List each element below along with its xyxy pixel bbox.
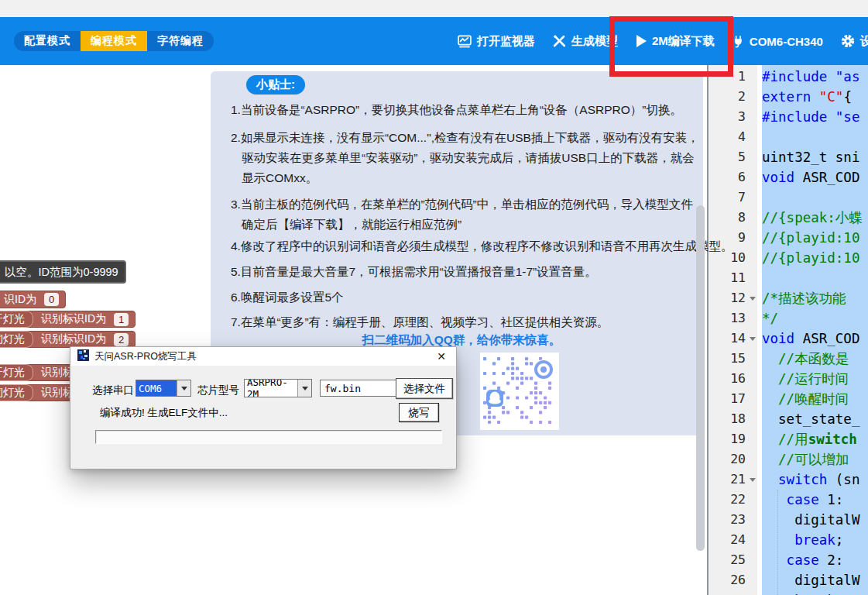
gear-icon <box>840 33 856 49</box>
fold-chevron-icon[interactable] <box>749 328 756 349</box>
code-block[interactable]: 开灯光识别标识ID为1 <box>0 311 136 328</box>
code-line: switch (sn <box>762 469 859 490</box>
dialog-titlebar[interactable]: 天问ASR-PRO烧写工具 ✕ <box>70 347 456 366</box>
code-line: //{playid:10 <box>762 228 859 248</box>
tips-badge: 小贴士: <box>246 75 305 95</box>
code-line: //唤醒时间 <box>762 389 849 409</box>
code-line: digitalW <box>762 570 859 590</box>
chevron-down-icon[interactable] <box>177 380 190 396</box>
code-line: //可以增加 <box>762 449 849 469</box>
tip-line: 5.目前音量是最大音量7，可根据需求用“设置播报音量1-7”设置音量。 <box>231 262 692 282</box>
tab-config-mode[interactable]: 配置模式 <box>14 31 81 51</box>
code-line: /*描述该功能 <box>762 288 846 308</box>
app-window: 配置模式 编程模式 字符编程 打开监视器 生成模型 2M编译下载 COM6-CH… <box>0 0 868 595</box>
vertical-scrollbar-thumb[interactable] <box>696 205 705 551</box>
tab-character-programming[interactable]: 字符编程 <box>147 31 214 51</box>
code-line: //本函数是 <box>762 349 849 369</box>
code-line: #include "se <box>762 107 859 127</box>
block-text: 识ID为 <box>4 293 36 307</box>
line-number: 8 <box>708 208 746 228</box>
chip-label: 芯片型号 <box>197 383 239 397</box>
generate-model-button[interactable]: 生成模型 <box>552 34 618 49</box>
serial-port-label: COM6-CH340 <box>750 35 823 48</box>
tip-line: 6.唤醒词最多设置5个 <box>231 287 692 308</box>
block-field[interactable]: 开灯光 <box>0 311 33 328</box>
block-field[interactable]: 闭灯光 <box>0 331 33 348</box>
comment-block[interactable]: 以空。ID范围为0-9999 <box>0 260 126 284</box>
code-line: digitalW <box>762 510 859 530</box>
line-number: 3 <box>708 107 746 127</box>
code-line: #include "as <box>762 67 859 87</box>
line-number: 2 <box>708 87 746 107</box>
code-line: //用switch <box>762 429 857 449</box>
block-badge[interactable]: 2 <box>114 333 129 346</box>
block-badge[interactable]: 0 <box>44 293 59 306</box>
code-line: void ASR_COD <box>762 328 859 349</box>
code-line: case 2: <box>762 550 843 570</box>
code-line: extern "C"{ <box>762 87 852 107</box>
port-value: COM6 <box>136 380 177 396</box>
tip-line: 1.当前设备是“ASRPRO”，要切换其他设备点菜单栏右上角“设备（ASRPRO… <box>231 100 692 120</box>
tip-line: 驱动安装在更多菜单里“安装驱动”，驱动安装完成后，请插拔USB口上的下载器，就会 <box>231 148 692 168</box>
block-text: 识别标识ID为 <box>41 312 106 326</box>
line-number: 14 <box>708 328 746 349</box>
line-number: 27 <box>708 590 746 595</box>
block-badge[interactable]: 1 <box>114 313 129 326</box>
chip-value: ASRPRO-2M <box>245 380 297 397</box>
block-text: 识别标识ID为 <box>41 332 106 346</box>
tip-line: 2.如果显示未连接，没有显示“COM...",检查有没有在USB插上下载器，驱动… <box>231 128 692 148</box>
line-number: 20 <box>708 449 746 469</box>
device-label: 设备(ASR <box>860 34 868 49</box>
line-number: 23 <box>708 510 746 530</box>
mode-switcher: 配置模式 编程模式 字符编程 <box>14 31 214 51</box>
line-number: 7 <box>708 187 746 208</box>
line-number: 11 <box>708 268 746 288</box>
fold-chevron-icon[interactable] <box>749 469 756 490</box>
burn-progress-bar <box>95 430 442 444</box>
tip-line: 显示COMxx。 <box>231 168 692 188</box>
plug-icon <box>732 33 745 49</box>
code-block[interactable]: 闭灯光识别标识ID为2 <box>0 331 136 348</box>
burn-button[interactable]: 烧写 <box>399 403 439 422</box>
line-number: 17 <box>708 389 746 409</box>
code-line: case 1: <box>762 490 843 510</box>
line-number: 13 <box>708 308 746 328</box>
line-number: 25 <box>708 550 746 570</box>
line-number: 18 <box>708 409 746 429</box>
code-line: break; <box>762 530 843 550</box>
tools-icon <box>552 34 567 49</box>
line-number: 12 <box>708 288 746 308</box>
open-monitor-button[interactable]: 打开监视器 <box>457 33 535 50</box>
tip-line: 7.在菜单“更多”有：编程手册、原理图、视频学习、社区提供相关资源。 <box>231 312 692 332</box>
fold-chevron-icon[interactable] <box>749 288 756 308</box>
line-number: 15 <box>708 349 746 369</box>
port-select[interactable]: COM6 <box>136 380 191 397</box>
line-number: 4 <box>708 127 746 147</box>
qq-group-qrcode <box>480 353 559 430</box>
chip-select[interactable]: ASRPRO-2M <box>244 379 312 397</box>
tab-programming-mode[interactable]: 编程模式 <box>81 31 147 51</box>
dialog-app-icon <box>77 349 89 364</box>
tip-line: 确定后【编译下载】，就能运行相应范例” <box>231 215 692 235</box>
device-button[interactable]: 设备(ASR <box>840 33 868 49</box>
choose-file-button[interactable]: 选择文件 <box>396 378 453 399</box>
main-toolbar: 配置模式 编程模式 字符编程 打开监视器 生成模型 2M编译下载 COM6-CH… <box>0 17 868 65</box>
line-number: 24 <box>708 530 746 550</box>
block-field[interactable]: 开灯光 <box>0 364 33 381</box>
annotation-highlight-box <box>609 16 733 77</box>
block-field[interactable]: 闭灯光 <box>0 384 33 401</box>
code-block[interactable]: 识ID为0 <box>0 291 66 308</box>
code-line: uint32_t sni <box>762 147 859 167</box>
close-icon[interactable]: ✕ <box>434 349 448 363</box>
chevron-down-icon[interactable] <box>297 380 311 397</box>
line-number: 10 <box>708 248 746 268</box>
code-line: */ <box>762 308 778 328</box>
tip-line: 3.当前主板的范例代码，在菜单栏的”范例代码”中，单击相应的范例代码，导入模型文… <box>231 194 692 215</box>
tips-text: 1.当前设备是“ASRPRO”，要切换其他设备点菜单栏右上角“设备（ASRPRO… <box>231 95 692 349</box>
port-label: 选择串口 <box>92 383 134 397</box>
burn-tool-dialog: 天问ASR-PRO烧写工具 ✕ 选择串口 COM6 芯片型号 ASRPRO-2M… <box>70 346 457 469</box>
line-number: 6 <box>708 167 746 187</box>
serial-port-button[interactable]: COM6-CH340 <box>732 33 823 49</box>
line-number: 9 <box>708 228 746 248</box>
line-number: 21 <box>708 469 746 490</box>
